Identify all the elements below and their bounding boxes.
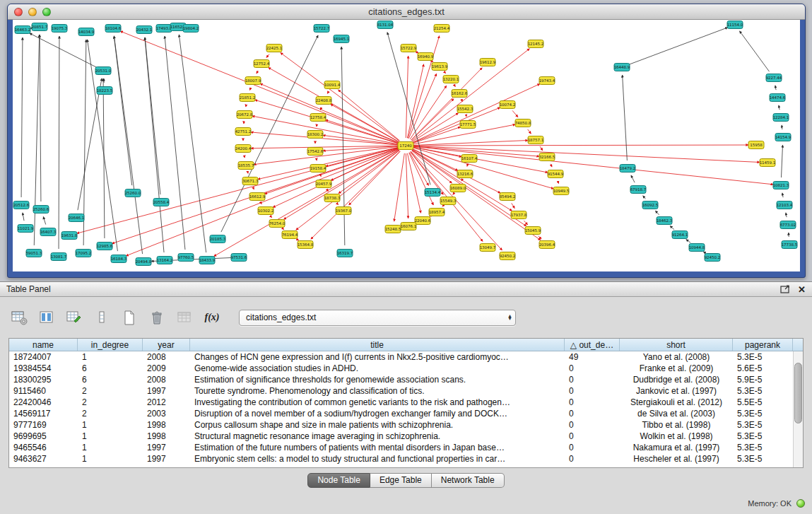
graph-edge[interactable] xyxy=(631,175,635,182)
graph-edge[interactable] xyxy=(512,110,518,117)
graph-node[interactable]: 17771.5 xyxy=(460,121,476,129)
graph-node[interactable]: 16940.9 xyxy=(418,53,434,61)
graph-node[interactable]: 67918.7 xyxy=(630,186,647,194)
graph-edge[interactable] xyxy=(413,127,460,144)
graph-edge[interactable] xyxy=(260,83,399,142)
table-row[interactable]: 946362711997Embryonic stem cells: a mode… xyxy=(9,453,793,465)
graph-node[interactable]: 25260.0 xyxy=(125,189,141,197)
graph-edge[interactable] xyxy=(283,228,284,229)
graph-node[interactable]: 8131.04 xyxy=(377,21,394,29)
graph-node[interactable]: 18104.6 xyxy=(105,25,122,33)
graph-node[interactable]: 13220.1 xyxy=(443,76,459,83)
graph-node[interactable]: 17738.5 xyxy=(782,241,798,249)
graph-node[interactable]: 85494.2 xyxy=(500,193,516,201)
graph-edge[interactable] xyxy=(686,240,690,243)
graph-edge[interactable] xyxy=(271,216,271,218)
scrollbar-thumb[interactable] xyxy=(794,363,802,424)
graph-node[interactable]: 74850.8 xyxy=(515,119,531,127)
graph-node[interactable]: 22408.8 xyxy=(316,97,332,105)
show-columns-icon[interactable] xyxy=(37,309,56,326)
graph-node[interactable]: 19613.9 xyxy=(432,63,448,71)
graph-edge[interactable] xyxy=(394,153,405,221)
graph-node[interactable]: 18957.4 xyxy=(429,209,445,216)
table-row[interactable]: 977716911998Corpus callosum shape and si… xyxy=(9,419,793,431)
graph-node[interactable]: 10944.8 xyxy=(689,244,705,252)
graph-node[interactable]: 14154.9 xyxy=(775,134,792,141)
graph-edge[interactable] xyxy=(406,56,408,138)
graph-node[interactable]: 15958 xyxy=(748,141,764,149)
graph-node[interactable]: 6773.02 xyxy=(780,221,796,229)
graph-edge[interactable] xyxy=(786,213,787,217)
graph-node[interactable]: 20396.4 xyxy=(539,241,555,249)
graph-node[interactable]: 10302.2 xyxy=(258,207,274,215)
graph-edge[interactable] xyxy=(40,35,41,201)
graph-node[interactable]: 15248.5 xyxy=(385,226,401,233)
graph-node[interactable]: 14034.9 xyxy=(78,28,95,36)
graph-edge[interactable] xyxy=(558,181,558,183)
table-row[interactable]: 1456911722003Disruption of a novel membe… xyxy=(9,408,793,419)
graph-edge[interactable] xyxy=(670,226,674,229)
graph-edge[interactable] xyxy=(165,36,185,250)
graph-node[interactable]: 97760.5 xyxy=(178,254,194,262)
graph-edge[interactable] xyxy=(407,64,423,139)
graph-edge[interactable] xyxy=(623,75,628,160)
graph-edge[interactable] xyxy=(413,149,458,171)
graph-node[interactable]: 10949.5 xyxy=(553,187,570,195)
graph-node[interactable]: 24200.4 xyxy=(235,145,252,153)
table-mode-icon[interactable] xyxy=(10,309,28,326)
graph-edge[interactable] xyxy=(249,88,250,90)
graph-node[interactable]: 20646.1 xyxy=(69,214,85,222)
graph-node[interactable]: 92450.2 xyxy=(500,252,516,260)
graph-node[interactable]: 16162.6 xyxy=(452,90,468,98)
graph-node[interactable]: 18479.2 xyxy=(620,165,636,173)
graph-edge[interactable] xyxy=(23,213,24,221)
graph-node[interactable]: 9227.44 xyxy=(766,74,782,82)
graph-node[interactable]: 16092.5 xyxy=(642,201,659,209)
graph-edge[interactable] xyxy=(145,37,160,194)
graph-node[interactable]: 15364.8 xyxy=(298,241,314,249)
graph-edge[interactable] xyxy=(59,36,59,249)
graph-node[interactable]: 12145.2 xyxy=(528,40,544,48)
graph-node[interactable]: 15134.4 xyxy=(425,189,441,197)
graph-node[interactable]: 25260.6 xyxy=(33,206,49,214)
graph-edge[interactable] xyxy=(413,84,540,143)
graph-edge[interactable] xyxy=(341,47,345,245)
graph-node[interactable]: 91544.9 xyxy=(548,170,564,178)
graph-edge[interactable] xyxy=(338,90,399,141)
graph-edge[interactable] xyxy=(296,239,298,240)
graph-edge[interactable] xyxy=(703,252,705,253)
graph-node[interactable]: 15722.9 xyxy=(401,45,417,52)
graph-edge[interactable] xyxy=(114,36,142,254)
graph-node[interactable]: 12284.1 xyxy=(773,114,789,122)
graph-node[interactable]: 17937.8 xyxy=(511,211,527,219)
graph-edge[interactable] xyxy=(266,54,269,58)
table-row[interactable]: 2242004622012Investigating the contribut… xyxy=(9,397,793,408)
graph-node[interactable]: 19804.2 xyxy=(183,25,199,33)
function-builder-icon[interactable]: f(x) xyxy=(203,309,221,326)
graph-node[interactable]: 16463.2 xyxy=(15,26,31,34)
graph-node[interactable]: 20512.6 xyxy=(13,201,30,209)
graph-node[interactable]: 13216.6 xyxy=(457,170,473,178)
graph-edge[interactable] xyxy=(120,31,399,143)
graph-edge[interactable] xyxy=(251,132,398,145)
column-header-in_degree[interactable]: in_degree xyxy=(78,339,143,351)
graph-edge[interactable] xyxy=(643,196,646,199)
graph-edge[interactable] xyxy=(269,67,399,141)
graph-node[interactable]: 19075.3 xyxy=(52,25,68,33)
graph-edge[interactable] xyxy=(413,145,748,146)
graph-node[interactable]: 19631.8 xyxy=(61,232,78,240)
graph-node[interactable]: 18535.7 xyxy=(238,162,254,170)
graph-edge[interactable] xyxy=(331,104,399,141)
graph-node[interactable]: 21254.4 xyxy=(434,25,450,33)
graph-node[interactable]: 16407.3 xyxy=(40,228,57,236)
graph-node[interactable]: 20457.9 xyxy=(316,180,332,188)
graph-edge[interactable] xyxy=(296,151,400,230)
graph-edge[interactable] xyxy=(413,146,773,185)
table-row[interactable]: 1872400712008Changes of HCN gene express… xyxy=(9,351,793,363)
table-row[interactable]: 1938455462009Genome-wide association stu… xyxy=(9,363,793,374)
minimize-window-button[interactable] xyxy=(28,8,37,16)
graph-edge[interactable] xyxy=(339,150,399,193)
window-titlebar[interactable]: citations_edges.txt xyxy=(8,4,805,20)
float-panel-icon[interactable] xyxy=(780,285,791,294)
delete-icon[interactable] xyxy=(148,309,166,326)
